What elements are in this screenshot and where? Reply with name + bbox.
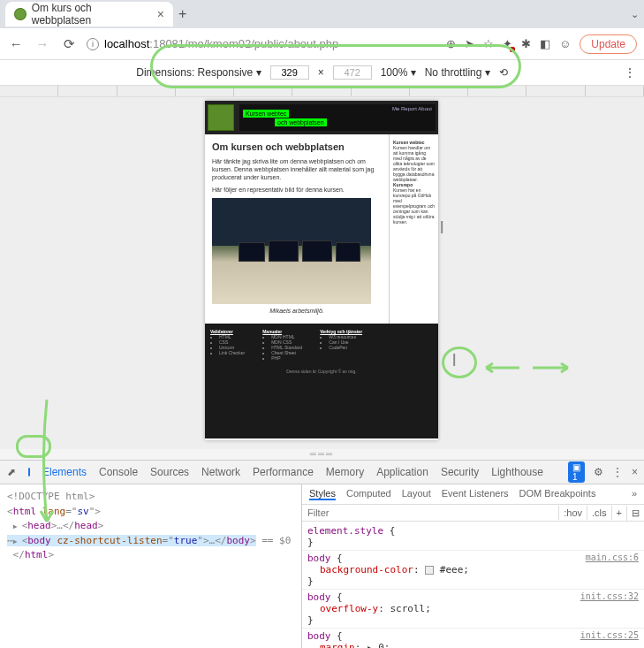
extension-icon[interactable]: ✦ [503,37,512,50]
more-tabs-icon[interactable]: » [632,488,637,500]
devtools-tab[interactable]: Lighthouse [491,466,543,478]
update-button[interactable]: Update [580,34,637,54]
tab-title: Om kurs och webbplatsen [32,2,152,27]
styles-tab[interactable]: Event Listeners [442,488,509,500]
site-header: Me Report About Kursen webtec och webbpl… [205,101,438,134]
bookmark-icon[interactable]: ☆ [483,37,494,50]
close-icon[interactable]: × [157,7,164,21]
device-viewport: Me Report About Kursen webtec och webbpl… [0,97,644,449]
devtools-tab[interactable]: Sources [150,466,189,478]
annotation-circle [442,347,477,378]
resizer-handle[interactable]: ═══ [0,449,644,460]
devtools-tab[interactable]: Memory [326,466,364,478]
css-rule[interactable]: body {main.css:6background-color: #eee;} [302,551,644,590]
height-input[interactable] [333,65,372,80]
caption: Mikaels arbetsmiljö. [215,308,379,314]
site-nav[interactable]: Me Report About [392,106,432,111]
close-devtools-icon[interactable]: × [632,466,638,478]
css-rule[interactable]: element.style {} [302,523,644,551]
browser-toolbar: ← → ⟳ i localhost:18081/me/kmom02/public… [0,28,644,60]
rendered-page[interactable]: Me Report About Kursen webtec och webbpl… [205,101,438,440]
new-tab-button[interactable]: + [178,6,186,22]
devtools-tab[interactable]: Performance [253,466,314,478]
tagline: och webbplatsen [275,118,327,126]
profile-icon[interactable]: ☺ [559,37,571,50]
width-input[interactable] [270,65,309,80]
resize-handle[interactable]: || [440,219,441,233]
paragraph: Här följer en representativ bild för den… [212,186,382,194]
zoom-icon[interactable]: ⊕ [446,37,456,50]
extensions-icon[interactable]: ✱ [521,37,531,50]
header-banner: Me Report About Kursen webtec och webbpl… [239,104,436,131]
site-main: Om kursen och webbplatsen Här tänkte jag… [205,134,438,324]
browser-tab[interactable]: Om kurs och webbplatsen × [5,2,173,27]
ruler [0,85,644,97]
aside-text: Kursen handlar om att komma igång med nå… [393,145,435,182]
zoom-dropdown[interactable]: 100% ▾ [381,66,416,79]
annotation-arrow [34,398,60,533]
styles-tabs: StylesComputedLayoutEvent ListenersDOM B… [302,484,644,505]
css-rule[interactable]: body {init.css:25margin: ▸ 0;} [302,629,644,648]
copyright: Denna sidan är Copyright © av mig. [205,366,438,377]
favicon-icon [14,8,27,20]
styles-panel: StylesComputedLayoutEvent ListenersDOM B… [301,484,644,648]
inspect-icon[interactable]: ⬈ [7,466,16,478]
paragraph: Här tänkte jag skriva lite om denna webb… [212,157,382,181]
site-footer: ValidatorerHTMLCSSUnicornLink Checker Ma… [205,324,438,366]
rotate-icon[interactable]: ⟲ [499,66,508,79]
footer-pad [205,377,438,438]
css-rules[interactable]: element.style {}body {main.css:6backgrou… [302,522,644,648]
dimensions-dropdown[interactable]: Dimensions: Responsive ▾ [136,66,261,79]
site-logo[interactable] [208,104,234,131]
throttle-dropdown[interactable]: No throttling ▾ [425,66,490,79]
toolbar-icons: ⊕ ➤ ☆ ✦ ✱ ◧ ☺ Update [446,34,637,54]
more-icon[interactable]: ⊟ [626,506,644,521]
more-icon[interactable]: ⋮ [612,466,623,478]
devtools-tab[interactable]: Network [201,466,240,478]
forward-button[interactable]: → [34,36,51,51]
aside: Kursen webtec Kursen handlar om att komm… [389,134,438,324]
aside-text: Kursen har en kursrepo på GitHub med exe… [393,187,435,225]
settings-icon[interactable]: ⚙ [594,466,603,478]
panel-icon[interactable]: ◧ [540,37,550,50]
cls-toggle[interactable]: .cls [587,506,611,520]
filter-input[interactable] [302,505,558,521]
devicebar-menu-icon[interactable]: ⋮ [625,66,635,79]
code-line[interactable]: </html> [7,548,294,563]
new-rule-icon[interactable]: + [611,506,626,520]
resize-handle[interactable]: || [452,352,453,366]
footer-link[interactable]: PHP [271,355,302,361]
device-mode-icon[interactable] [28,468,30,476]
window-menu-icon[interactable]: ⌄ [631,9,639,20]
device-toolbar: Dimensions: Responsive ▾ × 100% ▾ No thr… [0,60,644,85]
issues-badge[interactable]: ▣ 1 [568,461,585,483]
url-path: /me/kmom02/public/about.php [185,37,338,50]
main-content: Om kursen och webbplatsen Här tänkte jag… [205,134,389,324]
url-host: localhost [104,37,149,50]
devtools-tab[interactable]: Security [441,466,479,478]
styles-tab[interactable]: Computed [346,488,391,500]
filter-row: :hov .cls + ⊟ [302,505,644,522]
hov-toggle[interactable]: :hov [558,506,587,520]
send-icon[interactable]: ➤ [465,37,474,50]
footer-link[interactable]: Link Checker [219,350,245,355]
devtools-tab[interactable]: Application [376,466,428,478]
browser-tab-bar: Om kurs och webbplatsen × + ⌄ [0,0,644,28]
address-bar[interactable]: i localhost:18081/me/kmom02/public/about… [87,37,437,50]
devtools-tab[interactable]: Console [99,466,138,478]
devtools-body: <!DOCTYPE html> <html lang="sv"> ▶<head>… [0,484,644,648]
tagline: Kursen webtec [243,110,289,118]
code-line-selected[interactable]: ⋯▶<body cz-shortcut-listen="true">…</bod… [7,534,294,549]
css-rule[interactable]: body {init.css:32overflow-y: scroll;} [302,590,644,629]
reload-button[interactable]: ⟳ [60,36,78,52]
page-title: Om kursen och webbplatsen [212,141,382,152]
footer-link[interactable]: CodePen [329,345,362,350]
annotation-arrows [484,359,572,379]
workspace-photo [212,198,371,304]
url-port: :18081 [149,37,185,50]
styles-tab[interactable]: Styles [309,488,336,500]
styles-tab[interactable]: Layout [402,488,431,500]
site-info-icon[interactable]: i [87,38,99,50]
styles-tab[interactable]: DOM Breakpoints [519,488,596,500]
back-button[interactable]: ← [7,36,25,51]
